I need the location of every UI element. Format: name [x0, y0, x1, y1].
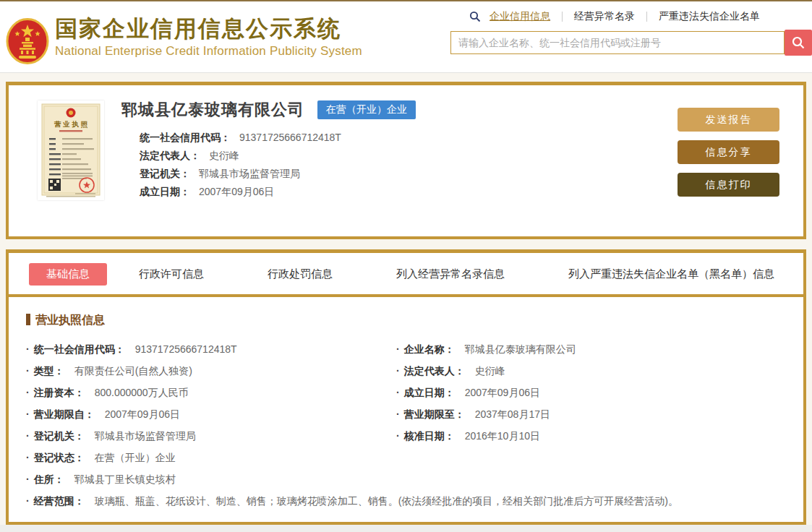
detail-field: 类型：有限责任公司(自然人独资) [26, 360, 396, 382]
section-title-marker [26, 314, 30, 325]
info-print-button[interactable]: 信息打印 [678, 173, 779, 197]
field-label: 成立日期： [140, 186, 190, 197]
search-button[interactable] [785, 30, 812, 56]
detail-field-label: 统一社会信用代码： [34, 343, 125, 355]
info-share-button[interactable]: 信息分享 [678, 140, 779, 164]
detail-field: 核准日期：2016年10月10日 [396, 425, 789, 447]
top-nav: 企业信用信息经营异常名录严重违法失信企业名单 [469, 10, 812, 23]
detail-field-label: 注册资本： [34, 387, 85, 398]
detail-field: 登记状态：在营（开业）企业 [26, 447, 396, 468]
detail-field: 企业名称：郓城县亿泰玻璃有限公司 [396, 338, 789, 360]
detail-field-label: 成立日期： [404, 387, 455, 398]
company-field-row: 成立日期：2007年09月06日 [140, 183, 678, 201]
detail-field-value: 2037年08月17日 [475, 408, 550, 420]
nav-link-1[interactable]: 经营异常名录 [573, 10, 636, 23]
nav-link-2[interactable]: 严重违法失信企业名单 [657, 10, 761, 23]
detail-field: 营业期限自：2007年09月06日 [26, 403, 396, 425]
field-value: 郓城县市场监督管理局 [199, 168, 300, 179]
search-area: 企业信用信息经营异常名录严重违法失信企业名单 [450, 10, 812, 56]
detail-field-value: 在营（开业）企业 [95, 452, 176, 463]
detail-field: 统一社会信用代码：91371725666712418T [26, 338, 396, 360]
search-button-icon [791, 35, 805, 50]
tab-1[interactable]: 行政许可信息 [107, 267, 236, 281]
company-name: 郓城县亿泰玻璃有限公司 [121, 99, 304, 121]
detail-field: 经营范围：玻璃瓶、瓶盖、花纸设计、制造、销售；玻璃烤花喷涂加工、销售。(依法须经… [26, 490, 789, 512]
company-status-badge: 在营（开业）企业 [317, 100, 416, 119]
detail-field-value: 郓城县市场监督管理局 [95, 430, 196, 442]
company-field-row: 登记机关：郓城县市场监督管理局 [140, 165, 678, 183]
company-field-row: 统一社会信用代码：91371725666712418T [140, 129, 678, 147]
detail-field: 法定代表人：史衍峰 [396, 360, 789, 382]
detail-field: 登记机关：郓城县市场监督管理局 [26, 425, 396, 447]
detail-card: 基础信息行政许可信息行政处罚信息列入经营异常名录信息列入严重违法失信企业名单（黑… [6, 249, 806, 525]
search-icon [469, 11, 481, 22]
field-label: 登记机关： [140, 168, 190, 179]
detail-field-label: 企业名称： [404, 343, 455, 355]
detail-field-label: 登记状态： [34, 452, 85, 463]
tab-2[interactable]: 行政处罚信息 [236, 267, 364, 281]
detail-field-value: 史衍峰 [475, 365, 505, 377]
brand: 国家企业信用信息公示系统 National Enterprise Credit … [6, 16, 362, 64]
field-label: 法定代表人： [140, 150, 200, 161]
company-fields: 统一社会信用代码：91371725666712418T法定代表人：史衍峰登记机关… [121, 129, 678, 201]
company-field-row: 法定代表人：史衍峰 [140, 147, 678, 165]
detail-field-value: 郓城县丁里长镇史垓村 [74, 473, 176, 485]
detail-field-value: 郓城县亿泰玻璃有限公司 [465, 343, 576, 355]
detail-field-label: 经营范围： [34, 495, 85, 507]
detail-field: 注册资本：800.000000万人民币 [26, 382, 396, 403]
detail-field-label: 核准日期： [404, 430, 455, 442]
detail-field-label: 营业期限至： [404, 408, 465, 420]
section-title: 营业执照信息 [26, 313, 789, 328]
brand-text: 国家企业信用信息公示系统 National Enterprise Credit … [55, 16, 362, 59]
detail-field-value: 玻璃瓶、瓶盖、花纸设计、制造、销售；玻璃烤花喷涂加工、销售。(依法须经批准的项目… [95, 495, 678, 507]
company-search-input[interactable] [450, 31, 785, 54]
search-row [450, 30, 812, 56]
detail-field-value: 2016年10月10日 [465, 430, 540, 442]
detail-field-value: 800.000000万人民币 [95, 387, 189, 398]
detail-field [396, 468, 789, 490]
company-summary-card: 营 业 执 照 [6, 82, 806, 239]
business-license-image: 营 业 执 照 [38, 100, 104, 200]
national-emblem-logo [6, 18, 49, 64]
svg-text:营 业 执 照: 营 业 执 照 [54, 120, 87, 129]
tab-0[interactable]: 基础信息 [29, 263, 107, 286]
detail-section: 营业执照信息 统一社会信用代码：91371725666712418T企业名称：郓… [9, 297, 803, 512]
detail-field: 住所：郓城县丁里长镇史垓村 [26, 468, 396, 490]
detail-field-label: 类型： [34, 365, 64, 377]
detail-field-label: 营业期限自： [34, 408, 95, 420]
tab-4[interactable]: 列入严重违法失信企业名单（黑名单）信息 [537, 267, 806, 281]
detail-field [396, 447, 789, 468]
field-value: 2007年09月06日 [199, 186, 274, 197]
tabs: 基础信息行政许可信息行政处罚信息列入经营异常名录信息列入严重违法失信企业名单（黑… [9, 253, 803, 294]
detail-field-label: 登记机关： [34, 430, 85, 442]
detail-field-value: 2007年09月06日 [105, 408, 180, 420]
detail-field-value: 2007年09月06日 [465, 387, 540, 398]
company-info: 郓城县亿泰玻璃有限公司 在营（开业）企业 统一社会信用代码：9137172566… [121, 98, 678, 236]
field-value: 91371725666712418T [239, 132, 341, 143]
site-title: 国家企业信用信息公示系统 [55, 16, 362, 42]
field-label: 统一社会信用代码： [140, 132, 231, 143]
nav-link-0[interactable]: 企业信用信息 [488, 10, 552, 23]
page: 国家企业信用信息公示系统 National Enterprise Credit … [0, 0, 812, 532]
detail-field-label: 法定代表人： [404, 365, 465, 377]
detail-field-value: 有限责任公司(自然人独资) [74, 365, 192, 377]
detail-field-value: 91371725666712418T [135, 343, 237, 355]
action-buttons: 发送报告信息分享信息打印 [678, 108, 779, 236]
detail-field: 营业期限至：2037年08月17日 [396, 403, 789, 425]
detail-field: 成立日期：2007年09月06日 [396, 382, 789, 403]
site-subtitle: National Enterprise Credit Information P… [55, 44, 362, 59]
tab-3[interactable]: 列入经营异常名录信息 [364, 267, 537, 281]
nav-divider [562, 12, 563, 22]
send-report-button[interactable]: 发送报告 [678, 108, 779, 132]
field-value: 史衍峰 [209, 150, 239, 161]
detail-grid: 统一社会信用代码：91371725666712418T企业名称：郓城县亿泰玻璃有… [26, 338, 789, 512]
site-header: 国家企业信用信息公示系统 National Enterprise Credit … [0, 0, 812, 73]
nav-divider [646, 12, 647, 22]
detail-field-label: 住所： [34, 473, 64, 485]
content: 营 业 执 照 [0, 73, 812, 525]
